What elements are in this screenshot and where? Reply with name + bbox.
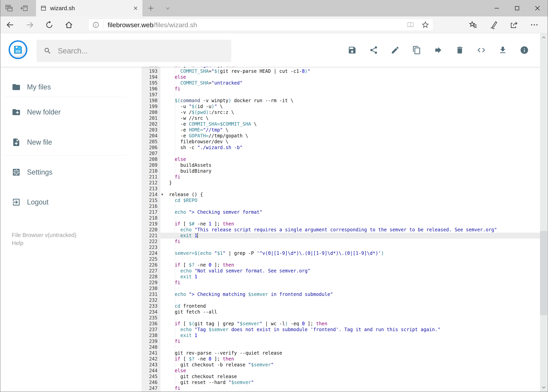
back-icon[interactable] [0, 20, 20, 29]
close-tab-icon[interactable] [133, 6, 138, 11]
delete-icon[interactable] [455, 46, 464, 55]
code-line[interactable]: 235 [142, 315, 541, 321]
code-line[interactable]: 238 exit 1 [142, 333, 541, 338]
code-line[interactable]: 209 buildAssets [142, 162, 541, 168]
code-line[interactable]: 237 echo "Tag $semver does not exist in … [142, 327, 541, 333]
scrollbar-thumb[interactable] [540, 231, 547, 315]
share-file-icon[interactable] [369, 46, 378, 55]
sidebar-item-new-file[interactable]: New file [0, 136, 142, 148]
save-icon[interactable] [348, 46, 357, 55]
code-line[interactable]: 243 git checkout -b release "$semver" [142, 362, 541, 368]
copy-icon[interactable] [412, 46, 421, 55]
code-line[interactable]: 202 -e COMMIT_SHA=$COMMIT_SHA \ [142, 121, 541, 127]
code-line[interactable]: 210 buildBinary [142, 168, 541, 174]
code-line[interactable]: 213 [142, 186, 541, 192]
refresh-icon[interactable] [40, 21, 59, 29]
site-info-icon[interactable] [92, 21, 100, 28]
set-tabs-aside-icon[interactable] [18, 4, 30, 13]
code-line[interactable]: 221 exit 1 [142, 233, 541, 238]
code-line[interactable]: 214▾release () { [142, 192, 541, 197]
code-line[interactable]: 192 if [ -d ".git" ]; then [142, 67, 541, 68]
code-line[interactable]: 241 git rev-parse --verify --quiet relea… [142, 350, 541, 356]
code-line[interactable]: 247 fi [142, 385, 541, 391]
browser-tab[interactable]: wizard.sh [36, 0, 142, 16]
code-line[interactable]: 226 if [ $? -ne 0 ]; then [142, 262, 541, 268]
help-link[interactable]: Help [12, 239, 142, 247]
maximize-button[interactable] [507, 0, 527, 16]
code-line[interactable]: 212} [142, 180, 541, 186]
minimize-button[interactable] [486, 0, 507, 16]
code-line[interactable]: 240 [142, 344, 541, 350]
code-line[interactable]: 207 [142, 150, 541, 156]
download-icon[interactable] [498, 46, 507, 55]
code-line[interactable]: 230 [142, 286, 541, 291]
code-line[interactable]: 227 echo "Not valid semver format. See s… [142, 268, 541, 274]
sidebar-item-new-folder[interactable]: New folder [0, 106, 142, 118]
code-line[interactable]: 203 -e HOME="//tmp" \ [142, 127, 541, 133]
code-line[interactable]: 194 else [142, 74, 541, 80]
code-line[interactable]: 220 echo "This release script requires a… [142, 227, 541, 233]
code-line[interactable]: 205 filebrowser/dev \ [142, 139, 541, 145]
share-icon[interactable] [504, 20, 524, 29]
code-editor[interactable]: 192 if [ -d ".git" ]; then193 COMMIT_SHA… [142, 67, 541, 392]
code-line[interactable]: 217 echo "> Checking semver format" [142, 209, 541, 215]
code-line[interactable]: 229 fi [142, 280, 541, 286]
code-line[interactable]: 223 [142, 245, 541, 250]
tab-preview-icon[interactable] [3, 4, 15, 13]
code-line[interactable]: 196 fi [142, 86, 541, 92]
code-line[interactable]: 195 COMMIT_SHA="untracked" [142, 80, 541, 86]
close-window-button[interactable] [527, 0, 548, 16]
code-line[interactable]: 208 else [142, 156, 541, 162]
filebrowser-logo[interactable] [9, 40, 28, 59]
info-icon[interactable] [520, 46, 529, 55]
code-line[interactable]: 234 git fetch --all [142, 309, 541, 315]
sidebar-item-my-files[interactable]: My files [0, 81, 142, 93]
code-line[interactable]: 233 cd frontend [142, 303, 541, 309]
code-line[interactable]: 193 COMMIT_SHA="$(git rev-parse HEAD | c… [142, 68, 541, 74]
code-line[interactable]: 242 if [ $? -ne 0 ]; then [142, 356, 541, 362]
fold-arrow-icon[interactable]: ▾ [161, 191, 163, 197]
edit-icon[interactable] [391, 46, 400, 55]
hub-icon[interactable] [463, 20, 483, 29]
scroll-down-icon[interactable] [540, 383, 547, 392]
code-line[interactable]: 246 git reset --hard "$semver" [142, 379, 541, 385]
code-line[interactable]: 201 -w //src \ [142, 115, 541, 121]
code-line[interactable]: 236 if [ $(git tag | grep "$semver" | wc… [142, 321, 541, 327]
code-line[interactable]: 197 [142, 92, 541, 98]
page-scrollbar[interactable] [540, 33, 547, 392]
new-tab-icon[interactable] [142, 0, 159, 16]
code-line[interactable]: 216 [142, 203, 541, 209]
search-box[interactable] [37, 40, 231, 62]
code-line[interactable]: 232 [142, 297, 541, 303]
forward-icon[interactable] [20, 20, 40, 29]
code-line[interactable]: 222 fi [142, 238, 541, 245]
code-line[interactable]: 218 [142, 215, 541, 221]
code-line[interactable]: 215 cd $REPO [142, 197, 541, 203]
home-icon[interactable] [59, 20, 79, 29]
web-note-pen-icon[interactable] [483, 20, 504, 29]
code-line[interactable]: 204 -e GOPATH=//tmp/gopath \ [142, 133, 541, 139]
code-line[interactable]: 225 [142, 256, 541, 262]
code-line[interactable]: 244 else [142, 368, 541, 374]
code-line[interactable]: 245 git checkout release [142, 374, 541, 379]
scroll-up-icon[interactable] [540, 33, 547, 42]
move-icon[interactable] [434, 46, 443, 55]
sidebar-item-logout[interactable]: Logout [0, 196, 142, 208]
code-line[interactable]: 231 echo "> Checking matching $semver in… [142, 291, 541, 297]
code-line[interactable]: 219 if [ $# -ne 1 ]; then [142, 221, 541, 227]
code-line[interactable]: 228 exit 1 [142, 274, 541, 280]
code-line[interactable]: 200 -v /$(pwd):/src:z \ [142, 109, 541, 115]
tab-list-chevron-icon[interactable] [159, 0, 176, 16]
code-line[interactable]: 224 semver=$(echo "$1" | grep -P '^v(0|[… [142, 250, 541, 256]
code-view-icon[interactable] [477, 46, 486, 55]
reading-view-icon[interactable] [406, 21, 415, 29]
favorite-star-icon[interactable] [421, 21, 430, 29]
more-options-icon[interactable] [524, 20, 544, 29]
search-input[interactable] [57, 47, 224, 55]
code-line[interactable]: 198 $(command -v winpty) docker run --rm… [142, 98, 541, 104]
code-line[interactable]: 211 fi [142, 174, 541, 180]
code-line[interactable]: 199 -u "$(id -u)" \ [142, 104, 541, 109]
code-line[interactable]: 206 sh -c "./wizard.sh -b" [142, 145, 541, 150]
address-bar[interactable]: filebrowser.web/files/wizard.sh [88, 19, 433, 31]
sidebar-item-settings[interactable]: Settings [0, 166, 142, 178]
